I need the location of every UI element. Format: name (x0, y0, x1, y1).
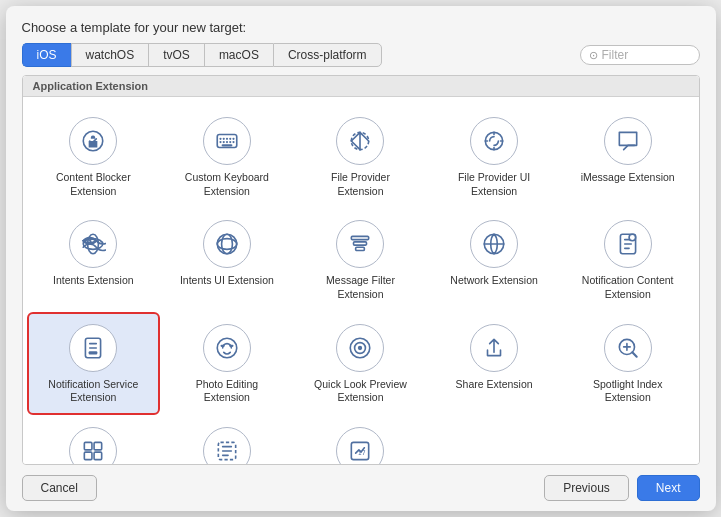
photo-editing-label: Photo Editing Extension (179, 378, 275, 405)
filter-icon: ⊙ (589, 49, 598, 62)
file-provider-icon (336, 117, 384, 165)
file-provider-ui-icon (470, 117, 518, 165)
item-share[interactable]: Share Extension (427, 312, 561, 415)
message-filter-label: Message Filter Extension (312, 274, 408, 301)
tab-watchos[interactable]: watchOS (71, 43, 149, 67)
item-file-provider-ui[interactable]: File Provider UI Extension (427, 105, 561, 208)
item-more3[interactable]: 17 Widget Extension (294, 415, 428, 465)
item-more1[interactable]: SiriKit Media Intents (27, 415, 161, 465)
svg-point-17 (221, 235, 232, 255)
custom-keyboard-icon (203, 117, 251, 165)
network-label: Network Extension (450, 274, 538, 288)
svg-text:17: 17 (358, 449, 366, 457)
bottom-row: Cancel Previous Next (6, 465, 716, 511)
svg-point-24 (629, 235, 636, 242)
filter-placeholder: Filter (602, 48, 629, 62)
notification-content-label: Notification Content Extension (580, 274, 676, 301)
quick-look-label: Quick Look Preview Extension (312, 378, 408, 405)
svg-point-18 (217, 235, 237, 255)
notification-content-icon (604, 220, 652, 268)
svg-rect-20 (354, 242, 367, 245)
more1-icon (69, 427, 117, 465)
nav-buttons: Previous Next (544, 475, 699, 501)
filter-box[interactable]: ⊙ Filter (580, 45, 700, 65)
more2-icon (203, 427, 251, 465)
content-blocker-icon (69, 117, 117, 165)
svg-point-29 (358, 345, 362, 349)
next-button[interactable]: Next (637, 475, 700, 501)
main-dialog: Choose a template for your new target: i… (6, 6, 716, 511)
item-quick-look[interactable]: Quick Look Preview Extension (294, 312, 428, 415)
tab-crossplatform[interactable]: Cross-platform (273, 43, 382, 67)
more3-icon: 17 (336, 427, 384, 465)
intents-label: Intents Extension (53, 274, 134, 288)
svg-rect-21 (356, 248, 365, 251)
item-message-filter[interactable]: Message Filter Extension (294, 208, 428, 311)
intents-ui-icon (203, 220, 251, 268)
imessage-icon (604, 117, 652, 165)
tab-ios[interactable]: iOS (22, 43, 71, 67)
previous-button[interactable]: Previous (544, 475, 629, 501)
item-intents-ui[interactable]: Intents UI Extension (160, 208, 294, 311)
item-photo-editing[interactable]: Photo Editing Extension (160, 312, 294, 415)
share-icon (470, 324, 518, 372)
svg-rect-19 (352, 237, 369, 240)
item-more2[interactable]: Sticker Pack Extension (160, 415, 294, 465)
message-filter-icon (336, 220, 384, 268)
item-custom-keyboard[interactable]: Custom Keyboard Extension (160, 105, 294, 208)
spotlight-label: Spotlight Index Extension (580, 378, 676, 405)
item-spotlight[interactable]: Spotlight Index Extension (561, 312, 695, 415)
share-label: Share Extension (456, 378, 533, 392)
svg-rect-34 (85, 452, 93, 460)
svg-rect-33 (94, 442, 102, 450)
item-notification-service[interactable]: Notification Service Extension (27, 312, 161, 415)
spotlight-icon (604, 324, 652, 372)
intents-ui-label: Intents UI Extension (180, 274, 274, 288)
notification-service-icon (69, 324, 117, 372)
intents-icon (69, 220, 117, 268)
item-content-blocker[interactable]: Content Blocker Extension (27, 105, 161, 208)
file-provider-label: File Provider Extension (312, 171, 408, 198)
item-notification-content[interactable]: Notification Content Extension (561, 208, 695, 311)
tab-tvos[interactable]: tvOS (148, 43, 204, 67)
item-file-provider[interactable]: File Provider Extension (294, 105, 428, 208)
network-icon (470, 220, 518, 268)
svg-rect-35 (94, 452, 102, 460)
dialog-title: Choose a template for your new target: (6, 6, 716, 43)
cancel-button[interactable]: Cancel (22, 475, 97, 501)
item-network[interactable]: Network Extension (427, 208, 561, 311)
content-area: Application Extension Content Blocker Ex… (22, 75, 700, 465)
custom-keyboard-label: Custom Keyboard Extension (179, 171, 275, 198)
section-header: Application Extension (23, 76, 699, 97)
content-blocker-label: Content Blocker Extension (45, 171, 141, 198)
item-imessage[interactable]: iMessage Extension (561, 105, 695, 208)
imessage-label: iMessage Extension (581, 171, 675, 185)
file-provider-ui-label: File Provider UI Extension (446, 171, 542, 198)
tab-macos[interactable]: macOS (204, 43, 273, 67)
tabs-container: iOS watchOS tvOS macOS Cross-platform ⊙ … (6, 43, 716, 75)
photo-editing-icon (203, 324, 251, 372)
items-grid: Content Blocker Extension Custom Keyboar… (23, 97, 699, 465)
svg-point-27 (217, 338, 237, 358)
svg-rect-32 (85, 442, 93, 450)
notification-service-label: Notification Service Extension (45, 378, 141, 405)
item-intents[interactable]: Intents Extension (27, 208, 161, 311)
svg-rect-26 (89, 351, 98, 354)
svg-point-16 (217, 239, 237, 250)
quick-look-icon (336, 324, 384, 372)
